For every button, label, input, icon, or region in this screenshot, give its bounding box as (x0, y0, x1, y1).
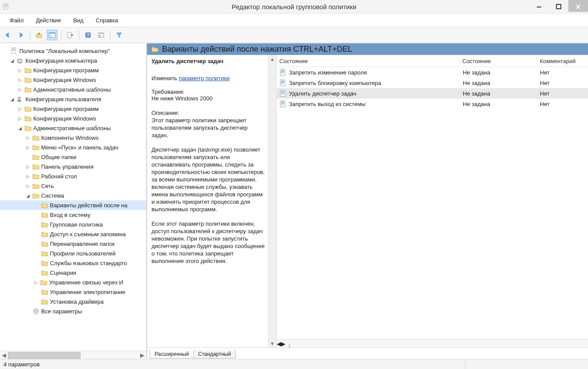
back-button[interactable] (3, 30, 13, 40)
tree-user-adm[interactable]: ◢Административные шаблоны (0, 123, 146, 133)
tree-adm-panel[interactable]: ▷Панель управления (0, 162, 146, 171)
category-header: Варианты действий после нажатия CTRL+ALT… (147, 43, 588, 55)
svg-rect-38 (281, 93, 284, 93)
tree-comp-prog[interactable]: ▷Конфигурация программ (0, 65, 146, 75)
list-row[interactable]: Запретить блокировку компьютераНе задана… (277, 78, 588, 88)
scroll-left-icon[interactable]: ◀ (0, 351, 8, 359)
filter-button[interactable] (114, 30, 124, 40)
svg-rect-8 (49, 32, 55, 34)
detail-title: Удалить диспетчер задач (151, 58, 265, 64)
minimize-button[interactable] (529, 1, 549, 12)
forward-button[interactable] (16, 30, 26, 40)
svg-rect-37 (281, 92, 284, 92)
tree-comp-adm[interactable]: ▷Административные шаблоны (0, 85, 146, 94)
tree-sys-cad[interactable]: Варианты действий после на (0, 200, 146, 210)
tree-sys-comm[interactable]: ▷Управление связью через И (0, 277, 146, 287)
tree-label: Сценарии (50, 269, 76, 276)
tree-sys-locale[interactable]: Службы языковых стандарто (0, 258, 146, 268)
list-row[interactable]: Удалить диспетчер задачНе заданаНет (277, 88, 588, 99)
menu-action[interactable]: Действие (30, 15, 67, 25)
detail-description: Описание: Этот параметр политики запреща… (151, 110, 265, 265)
tree-sys-power[interactable]: Управление электропитание (0, 287, 146, 297)
tree-label: Службы языковых стандарто (50, 259, 127, 266)
tree-label: Варианты действий после на (50, 202, 127, 209)
properties-button[interactable] (96, 30, 106, 40)
row-state: Не задана (460, 101, 537, 107)
tree-label: Сеть (41, 182, 54, 189)
menu-help[interactable]: Справка (90, 15, 124, 25)
svg-text:?: ? (87, 33, 89, 38)
svg-rect-4 (537, 7, 541, 7)
detail-vscroll[interactable]: ▲▼ (268, 55, 277, 348)
tree-label: Система (41, 192, 64, 199)
tree-user-config[interactable]: ◢Конфигурация пользователя (0, 94, 146, 104)
scroll-right-icon[interactable]: ▶ (138, 351, 146, 359)
edit-policy-link[interactable]: параметр политики (179, 75, 229, 82)
column-state[interactable]: Состояние (459, 58, 537, 64)
tree-label: Конфигурация Windows (33, 115, 96, 122)
show-tree-button[interactable] (47, 30, 57, 40)
list-header[interactable]: Состояние Состояние Комментарий (277, 55, 588, 67)
tree-sys-scripts[interactable]: Сценарии (0, 268, 146, 277)
list-row[interactable]: Запретить выход из системыНе заданаНет (277, 99, 588, 109)
maximize-button[interactable] (549, 1, 568, 12)
tree-comp-win[interactable]: ▷Конфигурация Windows (0, 75, 146, 85)
statusbar: 4 параметров (0, 359, 588, 369)
tree-all-settings[interactable]: Все параметры (0, 306, 146, 316)
tree-sys-folder[interactable]: Перенаправление папок (0, 239, 146, 248)
svg-rect-28 (281, 72, 284, 72)
policy-icon (279, 90, 286, 97)
row-state: Не задана (460, 80, 537, 86)
scroll-left-icon[interactable]: ◀ (277, 341, 281, 347)
tree-adm-comp[interactable]: ▷Компоненты Windows (0, 133, 146, 142)
tab-extended[interactable]: Расширенный (150, 350, 194, 358)
tree-root[interactable]: Политика "Локальный компьютер" (0, 46, 146, 56)
tree-adm-net[interactable]: ▷Сеть (0, 181, 146, 191)
tree-sys-profiles[interactable]: Профили пользователей (0, 248, 146, 258)
scroll-right-icon[interactable]: ▶ (281, 341, 285, 347)
tab-standard[interactable]: Стандартный (194, 350, 236, 358)
toolbar-separator (61, 31, 61, 39)
edit-label: Изменить (151, 75, 177, 82)
tree-user-win[interactable]: ▷Конфигурация Windows (0, 114, 146, 123)
list-row[interactable]: Запретить изменение пароляНе заданаНет (277, 67, 588, 78)
app-icon (3, 3, 10, 10)
tree-comp-config[interactable]: ◢Конфигурация компьютера (0, 56, 146, 65)
svg-rect-2 (4, 6, 7, 6)
list-hscroll[interactable]: ◀▶ (277, 339, 588, 348)
tree-sys-driver[interactable]: Установка драйвера (0, 297, 146, 306)
tree-adm-sys[interactable]: ◢Система (0, 191, 146, 200)
req-text: Не ниже Windows 2000 (151, 95, 212, 102)
scroll-down-icon[interactable]: ▼ (268, 340, 276, 348)
right-panel: Варианты действий после нажатия CTRL+ALT… (147, 43, 588, 359)
tree-label: Конфигурация программ (33, 67, 99, 74)
tree-adm-desk[interactable]: ▷Рабочий стол (0, 171, 146, 181)
column-name[interactable]: Состояние (277, 58, 459, 64)
row-state: Не задана (460, 69, 537, 76)
tree-adm-start[interactable]: ▷Меню «Пуск» и панель задач (0, 142, 146, 152)
close-button[interactable] (568, 0, 588, 12)
tree-label: Управление электропитание (50, 288, 125, 295)
menu-file[interactable]: Файл (4, 15, 30, 25)
tree-scroll[interactable]: Политика "Локальный компьютер" ◢Конфигур… (0, 46, 146, 351)
tree-user-prog[interactable]: ▷Конфигурация программ (0, 104, 146, 114)
policy-icon (279, 69, 286, 76)
tree-sys-gp[interactable]: Групповая политика (0, 220, 146, 229)
column-comment[interactable]: Комментарий (537, 58, 588, 64)
desc-p2: Диспетчер задач (taskmgr.exe) позволяет … (151, 146, 264, 212)
help-button[interactable]: ? (83, 30, 93, 40)
tree-hscroll[interactable]: ◀▶ (0, 351, 146, 359)
tree-label: Конфигурация программ (33, 105, 99, 112)
scroll-up-icon[interactable]: ▲ (268, 55, 276, 63)
titlebar: Редактор локальной групповой политики (0, 0, 588, 14)
menu-view[interactable]: Вид (67, 15, 90, 25)
tree-adm-common[interactable]: Общие папки (0, 152, 146, 162)
tree-sys-removable[interactable]: Доступ к съемным запомина (0, 229, 146, 239)
export-button[interactable] (65, 30, 75, 40)
tree-label: Меню «Пуск» и панель задач (41, 144, 118, 151)
tree-label: Профили пользователей (50, 250, 116, 257)
svg-rect-17 (12, 49, 15, 49)
up-button[interactable] (34, 30, 44, 40)
tree-sys-login[interactable]: Вход в систему (0, 210, 146, 220)
svg-rect-43 (281, 103, 284, 104)
